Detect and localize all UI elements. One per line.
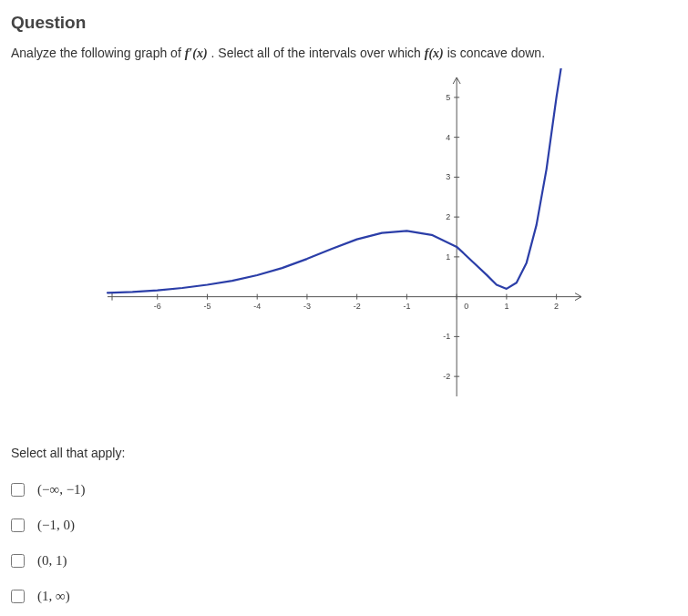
checkbox-option-2[interactable] — [11, 518, 25, 532]
option-0-1[interactable]: (0, 1) — [11, 553, 677, 569]
option-label-4: (1, ∞) — [37, 589, 70, 604]
svg-text:4: 4 — [446, 133, 450, 142]
prompt-text-pre: Analyze the following graph of — [11, 46, 185, 60]
svg-text:-2: -2 — [353, 302, 360, 311]
svg-text:1: 1 — [446, 252, 450, 262]
question-heading: Question — [11, 13, 677, 33]
svg-text:2: 2 — [446, 212, 450, 221]
question-prompt: Analyze the following graph of f′(x) . S… — [11, 46, 677, 61]
svg-text:-5: -5 — [203, 302, 211, 311]
svg-text:0: 0 — [464, 302, 468, 311]
chart-container: -6-5-4-3-2-1012-2-112345 — [11, 68, 677, 415]
svg-text:-3: -3 — [303, 302, 310, 311]
option-neg-inf-neg1[interactable]: (−∞, −1) — [11, 482, 677, 498]
svg-text:-2: -2 — [443, 372, 450, 381]
option-label-2: (−1, 0) — [37, 518, 75, 533]
checkbox-option-4[interactable] — [11, 590, 25, 603]
derivative-graph: -6-5-4-3-2-1012-2-112345 — [89, 68, 600, 415]
option-neg1-0[interactable]: (−1, 0) — [11, 518, 677, 533]
svg-text:-1: -1 — [443, 332, 450, 341]
svg-text:-4: -4 — [253, 302, 261, 311]
svg-text:-1: -1 — [403, 302, 410, 311]
checkbox-option-3[interactable] — [11, 554, 25, 568]
svg-text:-6: -6 — [153, 302, 160, 311]
option-label-1: (−∞, −1) — [37, 482, 86, 498]
options-list: (−∞, −1) (−1, 0) (0, 1) (1, ∞) — [11, 482, 677, 604]
select-all-label: Select all that apply: — [11, 446, 677, 460]
checkbox-option-1[interactable] — [11, 483, 25, 497]
option-label-3: (0, 1) — [37, 553, 67, 569]
prompt-text-post: is concave down. — [447, 46, 545, 60]
option-1-inf[interactable]: (1, ∞) — [11, 589, 677, 604]
prompt-math-f-prime: f′(x) — [185, 46, 208, 60]
prompt-text-mid: . Select all of the intervals over which — [211, 46, 425, 60]
svg-text:1: 1 — [504, 302, 508, 311]
svg-text:2: 2 — [554, 302, 559, 311]
svg-text:3: 3 — [446, 172, 450, 181]
prompt-math-f: f(x) — [425, 46, 444, 60]
svg-text:5: 5 — [446, 93, 450, 102]
